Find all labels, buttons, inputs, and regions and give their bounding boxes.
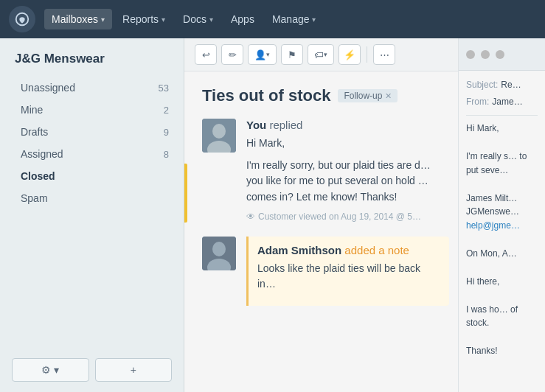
sidebar-item-unassigned[interactable]: Unassigned 53 [0, 77, 184, 99]
window-control-close[interactable] [466, 50, 475, 59]
nav-manage[interactable]: Manage ▾ [265, 9, 324, 29]
nav-docs-arrow: ▾ [209, 15, 213, 24]
nav-mailboxes-arrow: ▾ [101, 15, 105, 24]
nav-apps-label: Apps [231, 13, 254, 25]
tag-close-button[interactable]: ✕ [385, 91, 392, 101]
window-control-minimize[interactable] [481, 50, 490, 59]
sidebar-item-drafts-label: Drafts [21, 126, 48, 138]
sender-action-adam: added a note [344, 244, 409, 256]
sender-action-you: replied [269, 119, 302, 131]
tag-button[interactable]: 🏷 ▾ [308, 44, 334, 65]
email-subject: Ties out of stock [202, 86, 330, 105]
right-panel-from-field: From: Jame… [466, 95, 538, 109]
window-control-maximize[interactable] [496, 50, 504, 59]
more-button[interactable]: ⋯ [373, 44, 395, 65]
tag-icon: 🏷 [314, 49, 324, 60]
message-body-adam: Adam Smithson added a note Looks like th… [246, 237, 449, 306]
avatar-you [202, 119, 236, 153]
nav-docs[interactable]: Docs ▾ [176, 9, 221, 29]
message-content-you: I'm really sorry, but our plaid ties are… [246, 158, 449, 206]
right-panel-body: Subject: Re… From: Jame… Hi Mark, I'm re… [459, 71, 545, 392]
sidebar-item-mine[interactable]: Mine 2 [0, 99, 184, 121]
sidebar-item-assigned-count: 8 [164, 149, 169, 160]
content-area: ↩ ✏ 👤 ▾ ⚑ 🏷 ▾ ⚡ ⋯ [184, 38, 545, 392]
sidebar-item-spam[interactable]: Spam [0, 187, 184, 209]
message-body-you: You replied Hi Mark, I'm really sorry, b… [246, 119, 449, 222]
right-panel-text-2: I'm really s… to put seve… [466, 150, 538, 177]
edit-icon: ✏ [229, 49, 237, 60]
toolbar-divider [367, 46, 367, 63]
sidebar-item-mine-count: 2 [164, 105, 169, 116]
flag-button[interactable]: ⚑ [281, 44, 303, 65]
lightning-icon: ⚡ [344, 49, 355, 60]
nav-manage-arrow: ▾ [312, 15, 316, 24]
settings-arrow-icon: ▾ [54, 364, 59, 376]
nav-apps[interactable]: Apps [223, 9, 262, 29]
sidebar-item-closed[interactable]: Closed [0, 165, 184, 187]
sidebar-item-spam-label: Spam [21, 192, 48, 204]
message-greeting-you: Hi Mark, [246, 136, 449, 152]
right-panel-text-5: Hi there, [466, 275, 538, 289]
avatar-adam-inner [202, 237, 236, 270]
sidebar-item-unassigned-count: 53 [159, 83, 169, 94]
left-accent-bar [184, 164, 187, 223]
avatar-you-inner [202, 119, 236, 153]
nav-docs-label: Docs [183, 13, 206, 25]
sidebar-item-drafts-count: 9 [164, 127, 169, 138]
right-panel-link[interactable]: help@jgme… [466, 219, 538, 233]
right-panel-subject-field: Subject: Re… [466, 78, 538, 92]
tag-arrow-icon: ▾ [324, 51, 327, 58]
subject-label: Subject: [466, 78, 498, 92]
sender-name-you: You [246, 119, 266, 131]
edit-button[interactable]: ✏ [221, 44, 243, 65]
message-sender-adam: Adam Smithson added a note [257, 244, 440, 256]
action-button[interactable]: ⚡ [339, 44, 361, 65]
nav-manage-label: Manage [272, 13, 310, 25]
sidebar-item-assigned[interactable]: Assigned 8 [0, 143, 184, 165]
message-content-adam: Looks like the plaid ties will be back i… [257, 261, 440, 293]
right-panel-header [459, 38, 545, 71]
right-panel-text-3: James Milt… JGMenswe… [466, 192, 538, 219]
right-panel-text-4: On Mon, A… [466, 247, 538, 261]
sidebar-item-unassigned-label: Unassigned [21, 82, 75, 94]
plus-icon: + [131, 364, 136, 376]
sidebar-add-button[interactable]: + [95, 358, 173, 382]
nav-reports-arrow: ▾ [162, 15, 165, 24]
svg-point-2 [212, 124, 226, 139]
message-sender-you: You replied [246, 119, 449, 131]
sidebar-item-mine-label: Mine [21, 104, 43, 116]
assign-button[interactable]: 👤 ▾ [248, 44, 277, 65]
email-tag: Follow-up ✕ [338, 89, 398, 102]
sidebar-item-drafts[interactable]: Drafts 9 [0, 121, 184, 143]
sidebar-title: J&G Menswear [0, 38, 184, 77]
nav-mailboxes[interactable]: Mailboxes ▾ [44, 9, 112, 29]
sidebar-footer: ⚙ ▾ + [0, 348, 184, 392]
sidebar-settings-button[interactable]: ⚙ ▾ [12, 358, 89, 382]
message-meta-text-you: Customer viewed on Aug 19, 2014 @ 5… [258, 211, 421, 222]
reply-icon: ↩ [202, 49, 210, 60]
sidebar-item-assigned-label: Assigned [21, 148, 63, 160]
nav-mailboxes-label: Mailboxes [52, 13, 98, 25]
sidebar: J&G Menswear Unassigned 53 Mine 2 Drafts… [0, 38, 184, 392]
main-layout: J&G Menswear Unassigned 53 Mine 2 Drafts… [0, 38, 545, 392]
message-meta-you: 👁 Customer viewed on Aug 19, 2014 @ 5… [246, 211, 449, 222]
more-icon: ⋯ [380, 49, 389, 60]
right-panel: Subject: Re… From: Jame… Hi Mark, I'm re… [458, 38, 545, 392]
nav-reports[interactable]: Reports ▾ [115, 9, 173, 29]
gear-icon: ⚙ [41, 364, 51, 376]
tag-label: Follow-up [344, 91, 382, 101]
from-label: From: [466, 95, 489, 109]
right-panel-text-1: Hi Mark, [466, 122, 538, 136]
right-panel-text-6: I was ho… of stock. [466, 303, 538, 330]
nav-reports-label: Reports [122, 13, 159, 25]
reply-button[interactable]: ↩ [195, 44, 217, 65]
right-panel-text-7: Thanks! [466, 344, 538, 358]
assign-arrow-icon: ▾ [266, 51, 270, 58]
right-panel-divider-1 [466, 115, 538, 116]
message-entry-you: You replied Hi Mark, I'm really sorry, b… [202, 119, 449, 222]
nav-logo [9, 6, 35, 32]
from-value: Jame… [492, 95, 522, 109]
assign-icon: 👤 [254, 49, 266, 60]
avatar-adam [202, 237, 236, 270]
eye-icon: 👁 [246, 211, 255, 222]
